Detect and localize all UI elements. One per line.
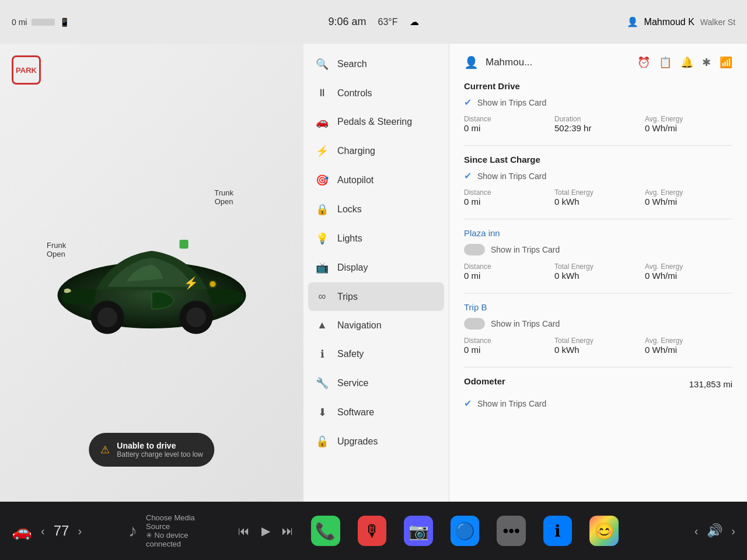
plaza-inn-checkbox-row[interactable]: Show in Trips Card: [464, 244, 732, 256]
trip-b-link[interactable]: Trip B: [464, 302, 732, 312]
bluetooth-dock[interactable]: 🔵: [451, 516, 480, 546]
plaza-inn-section: Plaza inn Show in Trips Card Distance 0 …: [464, 228, 732, 281]
car-container: Trunk Open Frunk Open: [35, 171, 268, 375]
pi-stat-total-energy: Total Energy 0 kWh: [554, 262, 642, 281]
since-last-charge-title: Since Last Charge: [464, 155, 732, 164]
menu-item-display[interactable]: 📺 Display: [303, 253, 449, 282]
alert-box: ⚠ Unable to drive Battery charge level t…: [89, 433, 214, 467]
taskbar-left: 🚗 ‹ 77 ›: [12, 522, 128, 541]
prev-track-button[interactable]: ⏮: [238, 524, 250, 538]
audio-icon-dock[interactable]: 🎙: [358, 516, 387, 546]
navigation-icon: ▲: [315, 319, 329, 331]
pi-stat-avg-energy: Avg. Energy 0 Wh/mi: [645, 262, 732, 281]
menu-label-lights: Lights: [337, 233, 362, 244]
main-content: PARK Trunk Open Frunk Open: [0, 44, 747, 502]
display-icon: 📺: [315, 261, 329, 274]
taskbar-right: ‹ 🔊 ›: [619, 523, 735, 538]
profile-icons: ⏰ 📋 🔔 ✱ 📶: [637, 56, 732, 69]
pi-stat-distance: Distance 0 mi: [464, 262, 551, 281]
current-drive-stats: Distance 0 mi Duration 502:39 hr Avg. En…: [464, 115, 732, 134]
right-nav[interactable]: ›: [731, 524, 735, 538]
menu-label-service: Service: [337, 378, 368, 388]
tb-stat-distance: Distance 0 mi: [464, 337, 551, 355]
divider-2: [464, 219, 732, 219]
odometer-checkbox-row[interactable]: ✔ Show in Trips Card: [464, 398, 732, 409]
alert-subtitle: Battery charge level too low: [117, 450, 203, 459]
svg-rect-6: [180, 240, 189, 249]
profile-user-icon: 👤: [464, 55, 479, 69]
menu-label-controls: Controls: [337, 88, 372, 99]
odometer-value: 0 mi: [12, 18, 27, 27]
menu-label-pedals: Pedals & Steering: [337, 117, 412, 127]
stat-distance: Distance 0 mi: [464, 115, 551, 134]
current-drive-check: ✔: [464, 97, 472, 108]
prev-arrow[interactable]: ‹: [41, 524, 45, 538]
plaza-inn-stats: Distance 0 mi Total Energy 0 kWh Avg. En…: [464, 262, 732, 281]
stat-duration: Duration 502:39 hr: [554, 115, 642, 134]
menu-item-safety[interactable]: ℹ Safety: [303, 340, 449, 369]
menu-item-software[interactable]: ⬇ Software: [303, 398, 449, 427]
emoji-dock[interactable]: 😊: [589, 516, 619, 546]
dots-dock[interactable]: •••: [497, 516, 526, 546]
phone-icon: 📱: [60, 18, 69, 27]
camera-icon-dock[interactable]: 📷: [404, 516, 433, 546]
car-visualization: [41, 191, 263, 355]
menu-item-search[interactable]: 🔍 Search: [303, 50, 449, 79]
menu-item-navigation[interactable]: ▲ Navigation: [303, 311, 449, 340]
top-bar-left: 0 mi 📱: [12, 18, 317, 27]
autopilot-icon: 🎯: [315, 174, 329, 187]
volume-icon[interactable]: 🔊: [707, 523, 722, 538]
username-display: Mahmoud K: [644, 17, 694, 27]
music-note-icon: ♪: [128, 521, 137, 541]
trip-b-stats: Distance 0 mi Total Energy 0 kWh Avg. En…: [464, 337, 732, 355]
menu-item-service[interactable]: 🔧 Service: [303, 369, 449, 398]
menu-item-trips[interactable]: ∞ Trips: [308, 282, 444, 311]
next-track-button[interactable]: ⏭: [282, 524, 294, 538]
plaza-inn-toggle[interactable]: [464, 244, 485, 256]
next-arrow[interactable]: ›: [78, 524, 82, 538]
street-display: Walker St: [700, 18, 735, 27]
menu-label-display: Display: [337, 262, 368, 273]
trip-b-toggle[interactable]: [464, 318, 485, 330]
menu-item-locks[interactable]: 🔒 Locks: [303, 195, 449, 224]
current-drive-checkbox-row[interactable]: ✔ Show in Trips Card: [464, 97, 732, 108]
menu-panel: 🔍 Search ⏸ Controls 🚗 Pedals & Steering …: [303, 44, 449, 502]
media-section: ♪ Choose Media Source ✳ No device connec…: [128, 513, 221, 548]
tb-stat-total-energy: Total Energy 0 kWh: [554, 337, 642, 355]
menu-label-search: Search: [337, 59, 367, 69]
current-drive-section: Current Drive ✔ Show in Trips Card Dista…: [464, 81, 732, 134]
menu-item-autopilot[interactable]: 🎯 Autopilot: [303, 166, 449, 195]
profile-header: 👤 Mahmou... ⏰ 📋 🔔 ✱ 📶: [464, 55, 732, 69]
menu-item-lights[interactable]: 💡 Lights: [303, 224, 449, 253]
menu-label-navigation: Navigation: [337, 320, 382, 331]
user-icon: 👤: [627, 16, 638, 27]
menu-label-locks: Locks: [337, 204, 362, 215]
lights-icon: 💡: [315, 232, 329, 245]
car-tab-icon[interactable]: 🚗: [12, 522, 32, 541]
phone-icon-dock[interactable]: 📞: [311, 516, 340, 546]
plaza-inn-show-trips: Show in Trips Card: [491, 245, 560, 254]
menu-item-charging[interactable]: ⚡ Charging: [303, 136, 449, 166]
info-dock[interactable]: ℹ: [543, 516, 573, 546]
trip-b-checkbox-row[interactable]: Show in Trips Card: [464, 318, 732, 330]
left-nav[interactable]: ‹: [694, 524, 699, 538]
media-sub-label: ✳ No device connected: [146, 531, 221, 548]
play-button[interactable]: ▶: [261, 524, 270, 538]
slc-stat-avg-energy: Avg. Energy 0 Wh/mi: [645, 188, 732, 207]
left-panel: PARK Trunk Open Frunk Open: [0, 44, 303, 502]
menu-item-pedals[interactable]: 🚗 Pedals & Steering: [303, 107, 449, 136]
safety-icon: ℹ: [315, 348, 329, 360]
top-bar-center: 9:06 am 63°F ☁: [329, 16, 419, 28]
since-last-charge-show-trips: Show in Trips Card: [477, 172, 546, 181]
top-bar: 0 mi 📱 9:06 am 63°F ☁ 👤 Mahmoud K Walker…: [0, 0, 747, 44]
odometer-info: 0 mi 📱: [12, 18, 69, 27]
signal-icon: 📶: [720, 56, 732, 69]
plaza-inn-link[interactable]: Plaza inn: [464, 228, 732, 238]
menu-item-controls[interactable]: ⏸ Controls: [303, 79, 449, 107]
menu-item-upgrades[interactable]: 🔓 Upgrades: [303, 427, 449, 456]
odometer-section: Odometer 131,853 mi: [464, 376, 732, 392]
right-panel: 👤 Mahmou... ⏰ 📋 🔔 ✱ 📶 Current Drive ✔ Sh…: [449, 44, 747, 502]
upgrades-icon: 🔓: [315, 435, 329, 448]
since-last-charge-checkbox-row[interactable]: ✔ Show in Trips Card: [464, 170, 732, 181]
weather-icon: ☁: [410, 16, 419, 27]
